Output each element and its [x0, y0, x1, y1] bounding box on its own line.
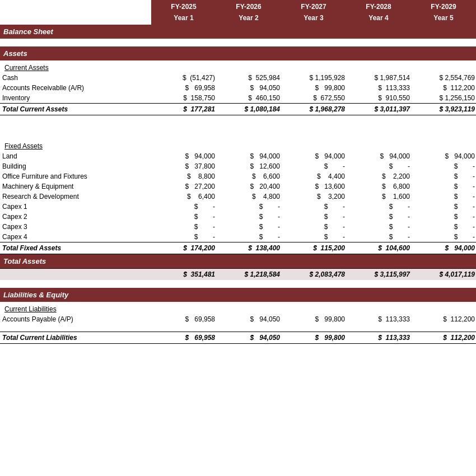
tfa-y5: $ 94,000	[411, 242, 476, 254]
tcl-y2: $ 94,050	[216, 332, 281, 344]
current-liabilities-subheader-row: Current Liabilities	[0, 302, 476, 314]
ta-y1: $ 351,481	[151, 268, 216, 280]
capex4-label: Capex 4	[0, 232, 151, 242]
fy-2028-label: FY-2028	[346, 0, 411, 12]
total-fixed-assets-row: Total Fixed Assets $ 174,200 $ 138,400 $…	[0, 242, 476, 254]
land-y3: $ 94,000	[281, 151, 346, 161]
balance-sheet-table: FY-2025 FY-2026 FY-2027 FY-2028 FY-2029 …	[0, 0, 476, 344]
capex3-row: Capex 3 $ - $ - $ - $ - $ -	[0, 222, 476, 232]
ap-y3: $ 99,800	[281, 314, 346, 324]
land-label: Land	[0, 151, 151, 161]
inv-y3: $ 672,550	[281, 93, 346, 104]
spacer-5	[0, 280, 476, 288]
capex2-label: Capex 2	[0, 212, 151, 222]
tca-y5: $ 3,923,119	[411, 104, 476, 115]
capex2-y4: $ -	[346, 212, 411, 222]
total-fixed-assets-label: Total Fixed Assets	[0, 242, 151, 254]
rd-y1: $ 6,400	[151, 192, 216, 202]
rd-y3: $ 3,200	[281, 192, 346, 202]
ofurn-y1: $ 8,800	[151, 171, 216, 181]
ofurn-y5: $ -	[411, 171, 476, 181]
current-assets-subheader: Current Assets	[0, 60, 476, 73]
balance-sheet-container: FY-2025 FY-2026 FY-2027 FY-2028 FY-2029 …	[0, 0, 476, 344]
capex3-y2: $ -	[216, 222, 281, 232]
ar-row: Accounts Receivablle (A/R) $ 69,958 $ 94…	[0, 83, 476, 93]
mach-y5: $ -	[411, 181, 476, 192]
current-assets-subheader-row: Current Assets	[0, 60, 476, 73]
year-5-label: Year 5	[411, 12, 476, 25]
bldg-y2: $ 12,600	[216, 161, 281, 171]
ta-y5: $ 4,017,119	[411, 268, 476, 280]
tcl-y5: $ 112,200	[411, 332, 476, 344]
assets-header: Assets	[0, 46, 476, 60]
assets-header-row: Assets	[0, 46, 476, 60]
year-3-label: Year 3	[281, 12, 346, 25]
ar-y4: $ 113,333	[346, 83, 411, 93]
total-assets-header-row: Total Assets	[0, 254, 476, 268]
ap-y5: $ 112,200	[411, 314, 476, 324]
tcl-y3: $ 99,800	[281, 332, 346, 344]
ta-y2: $ 1,218,584	[216, 268, 281, 280]
year-1-label: Year 1	[151, 12, 216, 25]
ar-y5: $ 112,200	[411, 83, 476, 93]
inv-y2: $ 460,150	[216, 93, 281, 104]
capex4-y5: $ -	[411, 232, 476, 242]
inv-y1: $ 158,750	[151, 93, 216, 104]
cash-y5: $ 2,554,769	[411, 73, 476, 83]
ta-y3: $ 2,083,478	[281, 268, 346, 280]
capex2-y3: $ -	[281, 212, 346, 222]
capex1-label: Capex 1	[0, 202, 151, 212]
spacer-1	[0, 39, 476, 46]
tca-y4: $ 3,011,397	[346, 104, 411, 115]
total-assets-row: $ 351,481 $ 1,218,584 $ 2,083,478 $ 3,11…	[0, 268, 476, 280]
cash-y1: $ (51,427)	[151, 73, 216, 83]
mach-y4: $ 6,800	[346, 181, 411, 192]
tfa-y2: $ 138,400	[216, 242, 281, 254]
capex4-y3: $ -	[281, 232, 346, 242]
total-assets-label	[0, 268, 151, 280]
cash-label: Cash	[0, 73, 151, 83]
ar-y3: $ 99,800	[281, 83, 346, 93]
capex4-y4: $ -	[346, 232, 411, 242]
ofurn-y3: $ 4,400	[281, 171, 346, 181]
total-current-assets-label: Total Current Assets	[0, 104, 151, 115]
ar-label: Accounts Receivablle (A/R)	[0, 83, 151, 93]
tcl-y1: $ 69,958	[151, 332, 216, 344]
capex4-y1: $ -	[151, 232, 216, 242]
cash-row: Cash $ (51,427) $ 525,984 $ 1,195,928 $ …	[0, 73, 476, 83]
mach-y1: $ 27,200	[151, 181, 216, 192]
ap-label: Accounts Payable (A/P)	[0, 314, 151, 324]
land-row: Land $ 94,000 $ 94,000 $ 94,000 $ 94,000…	[0, 151, 476, 161]
tca-y3: $ 1,968,278	[281, 104, 346, 115]
fy-2025-label: FY-2025	[151, 0, 216, 12]
mach-y3: $ 13,600	[281, 181, 346, 192]
tcl-y4: $ 113,333	[346, 332, 411, 344]
rd-y2: $ 4,800	[216, 192, 281, 202]
header-empty-label	[0, 0, 151, 12]
total-current-assets-row: Total Current Assets $ 177,281 $ 1,080,1…	[0, 104, 476, 115]
ap-y2: $ 94,050	[216, 314, 281, 324]
rd-y5: $ -	[411, 192, 476, 202]
machinery-row: Machinery & Equipment $ 27,200 $ 20,400 …	[0, 181, 476, 192]
rd-row: Research & Development $ 6,400 $ 4,800 $…	[0, 192, 476, 202]
bldg-y4: $ -	[346, 161, 411, 171]
tfa-y1: $ 174,200	[151, 242, 216, 254]
capex3-y4: $ -	[346, 222, 411, 232]
fy-header-row: FY-2025 FY-2026 FY-2027 FY-2028 FY-2029	[0, 0, 476, 12]
ofurn-y4: $ 2,200	[346, 171, 411, 181]
cash-y2: $ 525,984	[216, 73, 281, 83]
total-current-liabilities-row: Total Current Liabilities $ 69,958 $ 94,…	[0, 332, 476, 344]
total-assets-section-header: Total Assets	[0, 254, 476, 268]
capex1-y2: $ -	[216, 202, 281, 212]
building-row: Building $ 37,800 $ 12,600 $ - $ - $ -	[0, 161, 476, 171]
machinery-label: Machinery & Equipment	[0, 181, 151, 192]
year-header-row: Year 1 Year 2 Year 3 Year 4 Year 5	[0, 12, 476, 25]
tca-y2: $ 1,080,184	[216, 104, 281, 115]
land-y4: $ 94,000	[346, 151, 411, 161]
cash-y4: $ 1,987,514	[346, 73, 411, 83]
capex3-y5: $ -	[411, 222, 476, 232]
total-current-liabilities-label: Total Current Liabilities	[0, 332, 151, 344]
ofurn-y2: $ 6,600	[216, 171, 281, 181]
rd-label: Research & Development	[0, 192, 151, 202]
fy-2027-label: FY-2027	[281, 0, 346, 12]
